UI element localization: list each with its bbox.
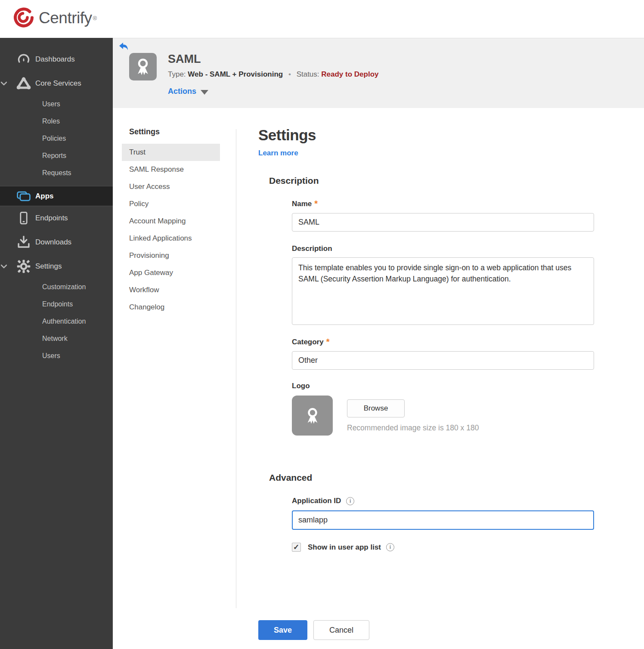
caret-down-icon <box>201 90 208 95</box>
brand-logo: Centrify ® <box>12 6 97 30</box>
brand-trademark: ® <box>93 15 97 22</box>
sidebar-item-roles[interactable]: Roles <box>0 113 113 130</box>
sidebar-item-apps[interactable]: Apps <box>0 186 113 206</box>
endpoint-icon <box>15 210 32 226</box>
sidebar-item-network[interactable]: Network <box>0 330 113 347</box>
advanced-section-heading: Advanced <box>269 473 585 483</box>
sidebar-item-label: Network <box>42 335 68 343</box>
tab-workflow[interactable]: Workflow <box>122 281 220 299</box>
status-value: Ready to Deploy <box>321 70 378 78</box>
sidebar-item-settings-endpoints[interactable]: Endpoints <box>0 296 113 313</box>
sidebar-item-label: Dashboards <box>35 55 75 64</box>
tab-provisioning[interactable]: Provisioning <box>122 247 220 264</box>
sidebar-item-label: Customization <box>42 283 86 291</box>
back-arrow-icon[interactable] <box>119 42 128 51</box>
cancel-button[interactable]: Cancel <box>313 620 369 640</box>
sidebar-item-endpoints[interactable]: Endpoints <box>0 206 113 230</box>
learn-more-link[interactable]: Learn more <box>258 149 298 158</box>
tab-changelog[interactable]: Changelog <box>122 299 220 316</box>
logo-size-hint: Recommended image size is 180 x 180 <box>347 423 479 433</box>
tab-linked-applications[interactable]: Linked Applications <box>122 230 220 247</box>
ribbon-icon <box>134 57 152 76</box>
type-label: Type: <box>168 70 186 78</box>
tab-trust[interactable]: Trust <box>122 144 220 161</box>
chevron-down-icon[interactable] <box>1 80 7 87</box>
sidebar-item-label: Endpoints <box>35 214 68 223</box>
sidebar-item-label: Authentication <box>42 318 86 325</box>
application-id-field[interactable] <box>292 510 594 530</box>
settings-subnav: Settings Trust SAML Response User Access… <box>122 127 220 316</box>
sidebar-item-label: Policies <box>42 135 66 142</box>
tab-saml-response[interactable]: SAML Response <box>122 161 220 178</box>
tab-user-access[interactable]: User Access <box>122 178 220 195</box>
application-id-label: Application ID <box>292 497 341 505</box>
sidebar-item-label: Settings <box>35 262 62 271</box>
info-icon[interactable] <box>386 543 394 551</box>
sidebar-item-core-services[interactable]: Core Services <box>0 71 113 96</box>
page-title: Settings <box>258 127 585 144</box>
info-icon[interactable] <box>346 497 354 505</box>
type-value: Web - SAML + Provisioning <box>188 70 283 78</box>
required-asterisk: * <box>326 337 330 346</box>
sidebar-item-label: Users <box>42 352 60 360</box>
status-label: Status: <box>297 70 319 78</box>
tab-app-gateway[interactable]: App Gateway <box>122 264 220 281</box>
actions-menu[interactable]: Actions <box>168 87 208 96</box>
form-footer: Save Cancel <box>258 620 369 640</box>
app-header: SAML Type: Web - SAML + Provisioning • S… <box>113 38 644 108</box>
sidebar-item-label: Users <box>42 100 60 108</box>
description-field[interactable]: This template enables you to provide sin… <box>292 257 594 325</box>
tab-policy[interactable]: Policy <box>122 195 220 213</box>
actions-label: Actions <box>168 87 196 96</box>
sidebar-item-label: Core Services <box>35 79 81 88</box>
save-button[interactable]: Save <box>258 620 307 640</box>
top-bar: Centrify ® <box>0 0 644 38</box>
description-section-heading: Description <box>269 176 585 186</box>
show-in-user-app-list-label: Show in user app list <box>308 543 381 552</box>
sidebar-item-label: Reports <box>42 152 66 160</box>
core-services-icon <box>15 75 32 92</box>
subnav-header: Settings <box>122 127 220 136</box>
download-icon <box>15 234 32 250</box>
centrify-swirl-icon <box>12 6 34 30</box>
sidebar-item-settings[interactable]: Settings <box>0 254 113 278</box>
name-label: Name <box>292 200 312 208</box>
logo-label: Logo <box>292 382 310 390</box>
logo-preview <box>292 396 333 436</box>
main-content: Settings Learn more Description Name* De… <box>258 124 585 552</box>
sidebar-item-users[interactable]: Users <box>0 96 113 113</box>
sidebar-item-policies[interactable]: Policies <box>0 130 113 147</box>
sidebar-item-requests[interactable]: Requests <box>0 164 113 182</box>
category-label: Category <box>292 338 324 346</box>
sidebar-item-dashboards[interactable]: Dashboards <box>0 47 113 71</box>
sidebar-item-label: Endpoints <box>42 300 73 308</box>
browse-button[interactable]: Browse <box>347 399 405 417</box>
name-field[interactable] <box>292 213 594 232</box>
meta-separator: • <box>288 70 291 78</box>
show-in-user-app-list-checkbox[interactable] <box>292 543 301 552</box>
sidebar-item-reports[interactable]: Reports <box>0 147 113 164</box>
sidebar-item-downloads[interactable]: Downloads <box>0 230 113 254</box>
app-title: SAML <box>168 53 201 66</box>
sidebar-item-label: Requests <box>42 169 71 177</box>
gear-icon <box>15 258 32 275</box>
content-divider <box>236 129 236 608</box>
gauge-icon <box>15 51 32 68</box>
sidebar-item-customization[interactable]: Customization <box>0 278 113 296</box>
description-label: Description <box>292 244 332 253</box>
brand-name: Centrify <box>39 9 92 27</box>
sidebar-item-label: Apps <box>35 192 54 201</box>
apps-icon <box>15 188 32 204</box>
category-field[interactable] <box>292 351 594 370</box>
sidebar-item-label: Downloads <box>35 238 71 247</box>
app-meta: Type: Web - SAML + Provisioning • Status… <box>168 70 378 79</box>
ribbon-icon <box>304 407 321 425</box>
tab-account-mapping[interactable]: Account Mapping <box>122 213 220 230</box>
chevron-down-icon[interactable] <box>1 263 7 269</box>
sidebar-item-authentication[interactable]: Authentication <box>0 313 113 330</box>
required-asterisk: * <box>314 199 318 208</box>
sidebar-item-settings-users[interactable]: Users <box>0 347 113 365</box>
sidebar: Dashboards Core Services Users Roles <box>0 38 113 649</box>
page: Centrify ® Dashboards <box>0 0 644 649</box>
app-logo-badge <box>129 53 157 80</box>
